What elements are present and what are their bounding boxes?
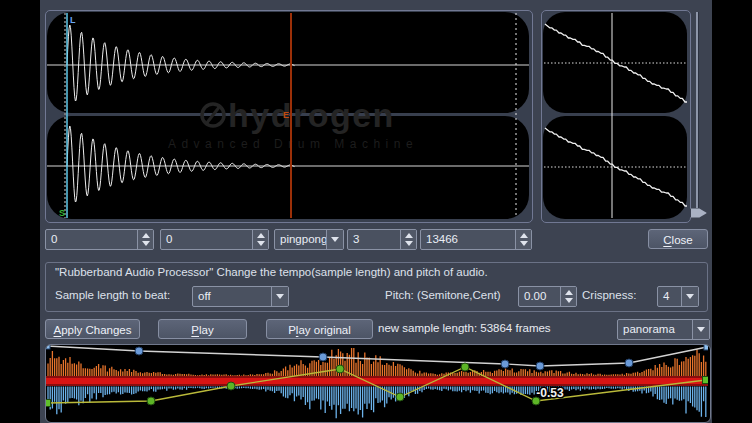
sample-length-label: Sample length to beat: [55,289,170,301]
sample-length-combobox[interactable]: off [192,286,289,307]
velocity-endpoint-handle[interactable] [46,345,50,349]
start-frame-spinbox[interactable]: 0 [45,229,154,250]
loop-frame-value: 0 [161,230,252,249]
chevron-down-icon [697,327,705,332]
spin-down-icon[interactable] [520,241,528,246]
spin-down-icon[interactable] [565,298,573,303]
velocity-envelope-line[interactable] [47,346,707,366]
end-frame-spinbox[interactable]: 13466 [420,229,532,250]
end-marker-label[interactable]: E [283,110,289,120]
pan-envelope-handle[interactable] [227,382,235,390]
loop-mode-combobox[interactable]: pingpong [274,229,344,250]
envelope-value-label: -0.53 [536,386,564,400]
spin-down-icon[interactable] [257,241,265,246]
velocity-envelope-handle[interactable] [319,353,327,361]
spin-buttons[interactable] [515,230,531,249]
spin-buttons[interactable] [560,287,576,306]
spin-buttons[interactable] [252,230,268,249]
target-wave-envelope-display[interactable]: -0.53 [45,344,711,423]
chevron-down-icon [276,294,284,299]
loops-count-spinbox[interactable]: 3 [347,229,417,250]
chevron-down-icon [686,294,694,299]
spin-buttons[interactable] [400,230,416,249]
start-frame-value: 0 [46,230,137,249]
envelope-type-value: panorama [618,320,692,339]
pitch-spinbox[interactable]: 0.00 [518,286,577,307]
combo-arrow[interactable] [681,287,698,306]
pan-envelope-handle[interactable] [396,393,404,401]
pitch-label: Pitch: (Semitone,Cent) [385,289,501,301]
spin-buttons[interactable] [137,230,153,249]
pitch-value: 0.00 [519,287,560,306]
spin-down-icon[interactable] [142,241,150,246]
zoom-slider-handle[interactable] [690,206,707,220]
spin-up-icon[interactable] [565,290,573,295]
chevron-down-icon [331,237,339,242]
svg-text:hydrogen: hydrogen [228,96,395,134]
zero-line-band-core [46,378,708,384]
spin-up-icon[interactable] [520,233,528,238]
sample-waveform-display[interactable]: hydrogenAdvanced Drum MachineLSE [45,10,533,223]
new-sample-length-text: new sample length: 53864 frames [378,322,551,334]
crispness-value: 4 [658,287,681,306]
play-button[interactable]: Play [158,319,247,339]
spin-up-icon[interactable] [405,233,413,238]
loops-count-value: 3 [348,230,400,249]
loop-frame-spinbox[interactable]: 0 [160,229,269,250]
combo-arrow[interactable] [692,320,709,339]
pan-endpoint-handle[interactable] [46,400,51,407]
pan-envelope-handle[interactable] [461,363,469,371]
end-frame-value: 13466 [421,230,515,249]
sample-editor-dialog: hydrogenAdvanced Drum MachineLSE 0 0 pin… [40,0,712,423]
combo-arrow[interactable] [271,287,288,306]
velocity-envelope-handle[interactable] [501,360,509,368]
loop-mode-value: pingpong [275,230,326,249]
velocity-envelope-handle[interactable] [536,362,544,370]
close-button[interactable]: Close [648,229,708,249]
pan-envelope-handle[interactable] [336,365,344,373]
svg-text:Advanced Drum Machine: Advanced Drum Machine [168,137,418,151]
velocity-endpoint-handle[interactable] [704,345,708,350]
spin-up-icon[interactable] [142,233,150,238]
velocity-envelope-handle[interactable] [625,359,633,367]
apply-changes-button[interactable]: Apply Changes [45,319,140,339]
crispness-label: Crispness: [582,289,636,301]
pan-endpoint-handle[interactable] [703,377,709,384]
pan-envelope-handle[interactable] [147,397,155,405]
rubberband-title: "Rubberband Audio Processor" Change the … [55,266,488,278]
pitch-shift-display[interactable] [541,10,691,223]
play-original-sample-button[interactable]: Play original sample [266,319,373,339]
velocity-envelope-handle[interactable] [135,347,143,355]
zoom-slider-track[interactable] [696,12,699,208]
start-marker-label[interactable]: S [59,208,65,218]
crispness-combobox[interactable]: 4 [657,286,699,307]
spin-down-icon[interactable] [405,241,413,246]
spin-up-icon[interactable] [257,233,265,238]
sample-length-value: off [193,287,271,306]
envelope-type-combobox[interactable]: panorama [617,319,710,340]
combo-arrow[interactable] [326,230,343,249]
loop-marker-label[interactable]: L [70,15,76,25]
